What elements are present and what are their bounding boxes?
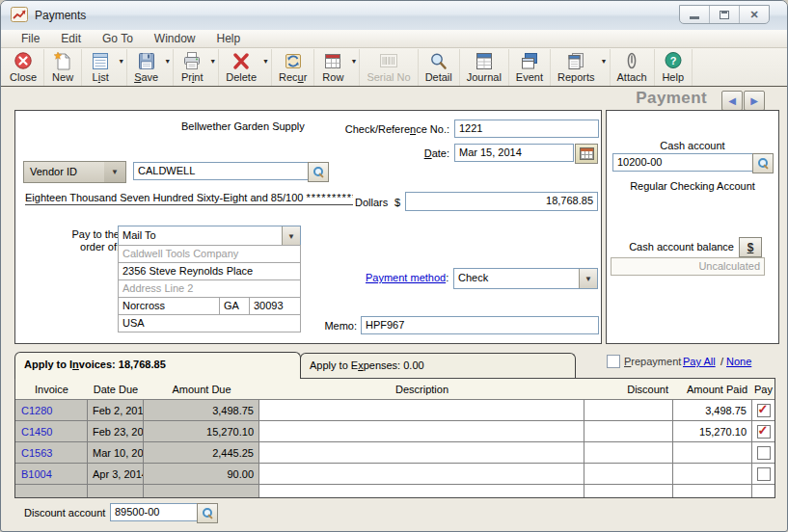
prepayment-checkbox[interactable] — [607, 355, 620, 368]
vendor-id-dropdown-button[interactable]: ▼ — [104, 161, 126, 183]
menu-help[interactable]: Help — [206, 30, 252, 47]
discount-cell[interactable] — [584, 485, 673, 497]
pay-checkbox[interactable] — [757, 425, 771, 439]
discount-cell[interactable] — [584, 464, 673, 484]
dropdown-arrow-icon[interactable]: ▼ — [209, 58, 216, 65]
pay-checkbox[interactable] — [757, 446, 771, 460]
col-header-date-due: Date Due — [88, 384, 144, 395]
description-cell[interactable] — [259, 421, 584, 441]
discount-account-lookup-button[interactable] — [197, 503, 218, 523]
restore-button[interactable] — [710, 6, 740, 23]
new-button[interactable]: New — [44, 49, 82, 86]
dropdown-arrow-icon[interactable]: ▼ — [118, 58, 124, 65]
discount-cell[interactable] — [584, 421, 673, 441]
event-windows-icon — [518, 51, 541, 71]
save-button[interactable]: Save ▼ — [127, 49, 174, 86]
vendor-id-selector[interactable]: Vendor ID — [23, 161, 106, 183]
barcode-icon — [377, 51, 400, 71]
date-input[interactable]: Mar 15, 2014 — [454, 144, 574, 162]
zip-field[interactable]: 30093 — [249, 297, 301, 315]
discount-account-input[interactable]: 89500-00 — [110, 503, 199, 521]
payments-window: Payments ✕ File Edit Go To Window Help C… — [0, 0, 788, 532]
invoice-link[interactable]: C1563 — [15, 442, 88, 463]
toolbar-label: Serial No — [367, 71, 410, 83]
dropdown-arrow-icon[interactable]: ▼ — [164, 58, 171, 65]
state-field[interactable]: GA — [219, 297, 250, 315]
none-link[interactable]: None — [726, 356, 751, 367]
toolbar-label: Recur — [279, 71, 307, 83]
amount-paid-cell[interactable]: 3,498.75 — [673, 400, 752, 420]
payment-method-link[interactable]: Payment method — [366, 272, 446, 283]
pay-cell — [752, 400, 774, 420]
close-button[interactable]: ✕ — [740, 6, 769, 23]
description-cell[interactable] — [259, 485, 584, 497]
col-header-discount: Discount — [584, 384, 673, 395]
dropdown-arrow-icon[interactable]: ▼ — [262, 58, 269, 65]
calendar-button[interactable] — [575, 144, 598, 164]
attach-button[interactable]: Attach — [611, 49, 655, 86]
event-button[interactable]: Event — [509, 49, 551, 86]
list-button[interactable]: List ▼ — [82, 49, 127, 86]
recur-button[interactable]: Recur — [272, 49, 314, 86]
print-button[interactable]: Print ▼ — [174, 49, 219, 86]
chevron-down-icon[interactable]: ▼ — [282, 226, 300, 246]
amount-paid-cell[interactable] — [673, 464, 752, 484]
pay-checkbox[interactable] — [757, 467, 771, 481]
invoice-link[interactable]: B1004 — [15, 464, 88, 484]
address-line2-field[interactable]: Address Line 2 — [118, 279, 301, 298]
pay-all-link[interactable]: Pay All — [683, 356, 716, 367]
journal-button[interactable]: Journal — [460, 49, 509, 86]
amount-paid-cell[interactable]: 15,270.10 — [673, 421, 752, 441]
payment-method-value: Check — [458, 272, 578, 283]
date-label: Date: — [382, 147, 449, 159]
row-button[interactable]: Row ▼ — [314, 49, 360, 86]
amount-due-cell: 15,270.10 — [144, 421, 259, 441]
vendor-lookup-button[interactable] — [308, 162, 329, 182]
cash-account-lookup-button[interactable] — [752, 153, 774, 173]
pay-checkbox[interactable] — [757, 404, 771, 417]
mail-to-dropdown[interactable]: Mail To ▼ — [118, 226, 301, 247]
amount-input[interactable]: 18,768.85 — [405, 192, 598, 211]
tab-apply-to-expenses[interactable]: Apply to Expenses: 0.00 — [300, 353, 576, 379]
dropdown-arrow-icon[interactable]: ▼ — [601, 58, 608, 65]
invoice-link[interactable]: C1450 — [15, 421, 88, 441]
address-line1-field[interactable]: 2356 Steve Reynolds Place — [118, 262, 301, 280]
invoice-table: Invoice Date Due Amount Due Description … — [14, 378, 775, 498]
description-cell[interactable] — [259, 464, 584, 484]
close-toolbar-button[interactable]: Close — [3, 49, 44, 86]
next-record-button[interactable]: ▶ — [744, 91, 765, 111]
dropdown-arrow-icon[interactable]: ▼ — [350, 58, 357, 65]
check-reference-input[interactable]: 1221 — [454, 120, 599, 138]
recalculate-balance-button[interactable]: $ — [739, 237, 762, 257]
amount-paid-cell[interactable] — [673, 442, 752, 463]
help-button[interactable]: ? Help — [655, 49, 693, 86]
menu-edit[interactable]: Edit — [50, 30, 92, 47]
discount-cell[interactable] — [584, 442, 673, 463]
chevron-down-icon[interactable]: ▼ — [579, 269, 597, 288]
delete-button[interactable]: Delete ▼ — [219, 49, 272, 86]
vendor-id-label: Vendor ID — [30, 166, 77, 177]
minimize-button[interactable] — [680, 6, 710, 23]
magnifier-icon — [756, 157, 770, 170]
date-due-cell: Mar 10, 2014 — [88, 442, 144, 463]
payment-method-dropdown[interactable]: Check ▼ — [453, 268, 598, 289]
cash-account-input[interactable]: 10200-00 — [612, 153, 753, 172]
discount-cell[interactable] — [584, 400, 673, 420]
memo-input[interactable]: HPF967 — [361, 316, 599, 334]
reports-button[interactable]: Reports ▼ — [551, 49, 611, 86]
detail-button[interactable]: Detail — [419, 49, 460, 86]
menu-goto[interactable]: Go To — [92, 30, 144, 47]
description-cell[interactable] — [259, 400, 584, 420]
payee-name-field[interactable]: Caldwell Tools Company — [118, 245, 301, 263]
invoice-link[interactable]: C1280 — [15, 400, 88, 420]
title-bar[interactable]: Payments ✕ — [1, 1, 787, 31]
vendor-id-input[interactable]: CALDWELL — [133, 162, 312, 180]
tab-apply-to-invoices[interactable]: Apply to Invoices: 18,768.85 — [14, 352, 301, 379]
description-cell[interactable] — [259, 442, 584, 463]
country-field[interactable]: USA — [118, 314, 301, 332]
menu-file[interactable]: File — [11, 30, 50, 47]
previous-record-button[interactable]: ◀ — [721, 91, 743, 111]
city-field[interactable]: Norcross — [118, 297, 220, 315]
menu-window[interactable]: Window — [144, 30, 206, 47]
amount-paid-cell[interactable] — [673, 485, 752, 497]
